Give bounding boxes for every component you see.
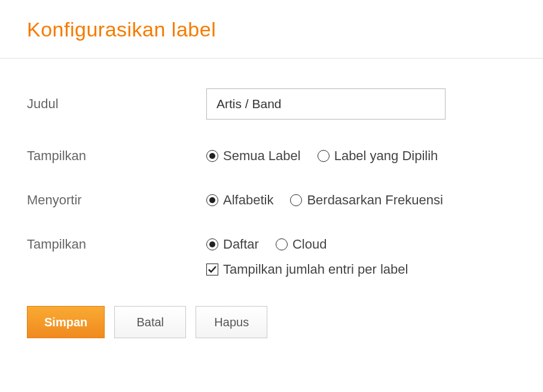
save-button[interactable]: Simpan	[27, 306, 105, 338]
radio-cloud[interactable]: Cloud	[276, 237, 327, 252]
radio-daftar[interactable]: Daftar	[206, 237, 259, 252]
judul-input[interactable]	[206, 88, 446, 120]
label-menyortir: Menyortir	[27, 192, 206, 208]
button-row: Simpan Batal Hapus	[27, 306, 516, 338]
radio-circle-icon	[206, 150, 218, 162]
radio-semua-label[interactable]: Semua Label	[206, 148, 301, 164]
delete-button[interactable]: Hapus	[196, 306, 267, 338]
checkbox-label-text: Tampilkan jumlah entri per label	[223, 262, 408, 277]
radio-alfabetik[interactable]: Alfabetik	[206, 192, 273, 208]
radio-circle-icon	[290, 194, 302, 206]
row-menyortir: Menyortir Alfabetik Berdasarkan Frekuens…	[27, 192, 516, 208]
radio-frekuensi[interactable]: Berdasarkan Frekuensi	[290, 192, 443, 208]
label-judul: Judul	[27, 96, 206, 112]
divider	[0, 58, 543, 59]
radio-label-text: Berdasarkan Frekuensi	[307, 192, 443, 208]
page-title: Konfigurasikan label	[27, 18, 516, 41]
radio-label-text: Label yang Dipilih	[334, 148, 438, 164]
radiogroup-tampilkan-labels: Semua Label Label yang Dipilih	[206, 148, 516, 164]
radio-label-text: Daftar	[223, 237, 259, 252]
radio-label-text: Cloud	[292, 237, 327, 252]
radio-circle-icon	[206, 194, 218, 206]
row-tampilkan-mode: Tampilkan Daftar Cloud	[27, 237, 516, 252]
radio-circle-icon	[206, 238, 218, 250]
radiogroup-tampilkan-mode: Daftar Cloud	[206, 237, 516, 252]
control-judul	[206, 88, 516, 120]
check-icon	[208, 265, 217, 274]
radio-label-text: Alfabetik	[223, 192, 273, 208]
radiogroup-menyortir: Alfabetik Berdasarkan Frekuensi	[206, 192, 516, 208]
row-tampilkan-labels: Tampilkan Semua Label Label yang Dipilih	[27, 148, 516, 164]
row-show-count: Tampilkan jumlah entri per label	[206, 262, 516, 277]
radio-circle-icon	[318, 150, 330, 162]
radio-label-dipilih[interactable]: Label yang Dipilih	[318, 148, 438, 164]
radio-circle-icon	[276, 238, 288, 250]
cancel-button[interactable]: Batal	[114, 306, 186, 338]
checkbox-show-count[interactable]	[206, 264, 218, 275]
radio-label-text: Semua Label	[223, 148, 301, 164]
label-tampilkan-mode: Tampilkan	[27, 237, 206, 252]
row-judul: Judul	[27, 88, 516, 120]
label-tampilkan-labels: Tampilkan	[27, 148, 206, 164]
